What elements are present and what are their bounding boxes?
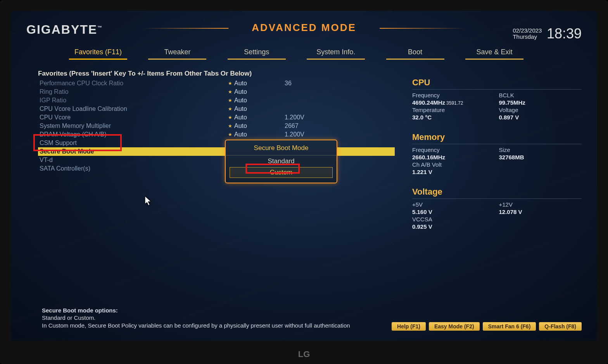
fav-label: Performance CPU Clock Ratio [38,80,228,87]
cpu-volt-label: Voltage [499,107,582,113]
tab-settings[interactable]: Settings [228,47,286,60]
cpu-freq-value: 4690.24MHz3591.72 [412,99,495,106]
mem-size-value: 32768MB [499,154,582,160]
fav-value: Auto [234,97,285,104]
bottom-button-help-f1-[interactable]: Help (F1) [392,322,426,331]
memory-heading: Memory [412,132,582,144]
fav-label: CSM Support [38,140,228,147]
tab-bar: Favorites (F11)TweakerSettingsSystem Inf… [69,47,523,60]
help-line2: Standard or Custom. [42,314,372,322]
bottom-button-q-flash-f8-[interactable]: Q-Flash (F8) [539,322,582,331]
brand-logo: GIGABYTE™ [26,22,103,37]
bottom-button-smart-fan-6-f6-[interactable]: Smart Fan 6 (F6) [483,322,536,331]
cpu-volt-value: 0.897 V [499,114,582,121]
fav-value: Auto [234,122,285,129]
fav-value: Auto [234,80,285,87]
mem-chab-value: 1.221 V [412,169,495,175]
fav-label: VT-d [38,157,228,164]
svg-marker-0 [145,196,151,205]
fav-label: Ring Ratio [38,88,228,95]
monitor-brand-logo: LG [298,349,310,359]
tab-save-exit[interactable]: Save & Exit [465,47,523,60]
popup-option-custom[interactable]: Custom [230,167,333,178]
cpu-freq-label: Frequency [412,92,495,98]
fav-row-igp-ratio[interactable]: IGP Ratio★Auto [38,96,395,105]
fav-extra: 1.200V [285,114,304,121]
cpu-temp-label: Temperature [412,107,495,113]
mem-freq-value: 2660.16MHz [412,154,495,160]
volt-5v-value: 5.160 V [412,209,495,215]
favorites-list: Performance CPU Clock Ratio★Auto36Ring R… [38,79,395,173]
fav-label: SATA Controller(s) [38,165,228,172]
datetime-display: 02/23/2023 Thursday 18:39 [513,26,582,42]
voltage-section: Voltage +5V +12V 5.160 V 12.078 V VCCSA … [412,187,582,230]
cpu-section: CPU Frequency BCLK 4690.24MHz3591.72 99.… [412,78,582,121]
fav-value: Auto [234,114,285,121]
star-icon: ★ [228,106,234,112]
volt-12v-label: +12V [499,201,582,208]
bios-screen: GIGABYTE™ ADVANCED MODE 02/23/2023 Thurs… [11,11,597,341]
fav-row-secure-boot-mode[interactable]: Secure Boot Mode [38,147,395,156]
popup-title: Secure Boot Mode [226,140,337,155]
fav-row-vt-d[interactable]: VT-d [38,156,395,164]
help-line3: In Custom mode, Secure Boot Policy varia… [42,322,372,329]
star-icon: ★ [228,98,234,103]
mem-chab-label: Ch A/B Volt [412,161,495,168]
tab-system-info-[interactable]: System Info. [307,47,365,60]
cpu-bclk-value: 99.75MHz [499,99,582,106]
tab-boot[interactable]: Boot [386,47,444,60]
fav-value: Auto [234,88,285,95]
fav-row-dram-voltage-ch-a-b-[interactable]: DRAM Voltage (CH A/B)★Auto1.200V [38,130,395,139]
help-line1: Secure Boot mode options: [42,307,372,314]
date-text: 02/23/2023 [513,27,542,34]
volt-5v-label: +5V [412,201,495,208]
mem-size-label: Size [499,147,582,153]
star-icon: ★ [228,123,234,129]
fav-label: Secure Boot Mode [38,148,228,155]
fav-row-sata-controller-s-[interactable]: SATA Controller(s) [38,164,395,173]
fav-label: DRAM Voltage (CH A/B) [38,131,228,138]
tab-tweaker[interactable]: Tweaker [148,47,206,60]
fav-label: IGP Ratio [38,97,228,104]
fav-row-system-memory-multiplier[interactable]: System Memory Multiplier★Auto2667 [38,122,395,130]
fav-value: Auto [234,131,285,138]
time-text: 18:39 [547,26,582,42]
cpu-bclk-label: BCLK [499,92,582,98]
favorites-header: Favorites (Press 'Insert' Key To +/- Ite… [38,70,252,78]
fav-extra: 2667 [285,122,299,129]
fav-row-cpu-vcore[interactable]: CPU Vcore★Auto1.200V [38,113,395,122]
fav-row-performance-cpu-clock-ratio[interactable]: Performance CPU Clock Ratio★Auto36 [38,79,395,88]
popup-option-standard[interactable]: Standard [230,156,333,166]
help-panel: Secure Boot mode options: Standard or Cu… [42,307,372,329]
cpu-temp-value: 32.0 °C [412,114,495,121]
fav-label: CPU Vcore Loadline Calibration [38,105,228,112]
info-panel: CPU Frequency BCLK 4690.24MHz3591.72 99.… [412,78,582,242]
fav-label: CPU Vcore [38,114,228,121]
fav-row-csm-support[interactable]: CSM Support★Enabled [38,139,395,147]
fav-label: System Memory Multiplier [38,122,228,129]
bottom-button-easy-mode-f2-[interactable]: Easy Mode (F2) [429,322,480,331]
fav-row-cpu-vcore-loadline-calibration[interactable]: CPU Vcore Loadline Calibration★Auto [38,105,395,113]
star-icon: ★ [228,81,234,86]
volt-vccsa-value: 0.925 V [412,223,495,230]
mem-freq-label: Frequency [412,147,495,153]
volt-12v-value: 12.078 V [499,209,582,215]
star-icon: ★ [228,89,234,95]
bottom-button-bar: Help (F1)Easy Mode (F2)Smart Fan 6 (F6)Q… [392,322,582,331]
volt-vccsa-label: VCCSA [412,216,495,223]
voltage-heading: Voltage [412,187,582,199]
tab-favorites-f11-[interactable]: Favorites (F11) [69,47,127,60]
star-icon: ★ [228,115,234,120]
fav-extra: 1.200V [285,131,304,138]
cpu-heading: CPU [412,78,582,90]
secure-boot-popup: Secure Boot Mode StandardCustom [225,140,337,183]
day-text: Thursday [513,33,537,40]
fav-extra: 36 [285,80,292,87]
memory-section: Memory Frequency Size 2660.16MHz 32768MB… [412,132,582,175]
fav-value: Auto [234,105,285,112]
fav-row-ring-ratio[interactable]: Ring Ratio★Auto [38,88,395,96]
star-icon: ★ [228,132,234,137]
mode-title: ADVANCED MODE [228,19,380,37]
